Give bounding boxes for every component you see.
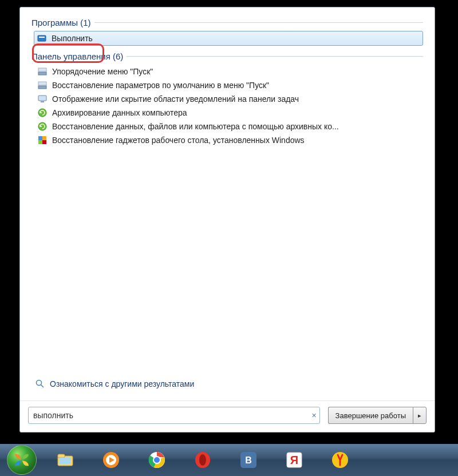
search-input[interactable]	[28, 407, 320, 424]
svg-point-14	[37, 380, 42, 386]
shutdown-split-button: Завершение работы ▸	[328, 407, 427, 424]
group-header-label: Панель управления (6)	[31, 51, 123, 61]
svg-text:Я: Я	[290, 454, 298, 466]
result-item[interactable]: Восстановление гаджетов рабочего стола, …	[36, 133, 423, 147]
svg-rect-13	[42, 140, 46, 144]
svg-rect-10	[38, 136, 42, 140]
result-item[interactable]: Упорядочение меню "Пуск"	[36, 65, 423, 78]
result-item-label: Выполнить	[52, 34, 93, 43]
result-item[interactable]: Восстановление параметров по умолчанию в…	[36, 78, 423, 92]
gadget-icon	[37, 135, 48, 145]
monitor-icon	[37, 94, 48, 104]
svg-point-25	[199, 454, 206, 466]
result-item-run[interactable]: Выполнить	[34, 31, 423, 46]
svg-rect-4	[38, 86, 46, 89]
shutdown-menu-button[interactable]: ▸	[413, 407, 427, 424]
svg-point-9	[38, 122, 46, 130]
clear-search-button[interactable]: ×	[311, 411, 316, 420]
start-menu-search-panel: Программы (1) Выполнить Панель управлени…	[19, 7, 435, 433]
svg-rect-6	[38, 96, 46, 101]
search-box-wrap: ×	[28, 407, 320, 424]
svg-rect-2	[38, 72, 46, 75]
result-item-label: Восстановление данных, файлов или компью…	[52, 122, 339, 131]
svg-rect-3	[38, 68, 46, 72]
taskbar-item-explorer[interactable]	[44, 447, 87, 473]
run-icon	[37, 33, 47, 43]
taskbar: B Я	[0, 444, 458, 476]
svg-point-8	[38, 109, 46, 117]
divider	[94, 22, 423, 23]
backup-icon	[37, 121, 48, 132]
backup-icon	[37, 108, 48, 118]
result-item-label: Отображение или скрытие области уведомле…	[52, 94, 299, 104]
result-item-label: Восстановление гаджетов рабочего стола, …	[52, 136, 305, 145]
result-item-label: Архивирование данных компьютера	[52, 108, 187, 117]
start-button[interactable]	[7, 445, 37, 475]
svg-rect-7	[41, 101, 44, 102]
group-header-control-panel: Панель управления (6)	[31, 51, 423, 61]
svg-rect-5	[38, 82, 46, 85]
taskbar-icon	[37, 80, 48, 90]
search-icon	[35, 379, 45, 389]
chevron-right-icon: ▸	[418, 412, 421, 419]
taskbar-item-opera[interactable]	[181, 447, 224, 473]
divider	[127, 56, 423, 57]
svg-rect-12	[38, 140, 42, 144]
group-header-label: Программы (1)	[31, 18, 91, 27]
result-item[interactable]: Восстановление данных, файлов или компью…	[36, 120, 423, 133]
taskbar-item-yandex-search[interactable]: Я	[273, 447, 316, 473]
taskbar-icon	[37, 66, 48, 77]
result-item-label: Восстановление параметров по умолчанию в…	[52, 81, 269, 90]
search-results: Программы (1) Выполнить Панель управлени…	[20, 7, 435, 400]
result-item[interactable]: Отображение или скрытие области уведомле…	[36, 92, 423, 106]
svg-rect-17	[58, 454, 65, 458]
see-more-label: Ознакомиться с другими результатами	[50, 379, 194, 388]
shutdown-button[interactable]: Завершение работы	[328, 407, 413, 424]
group-header-programs: Программы (1)	[31, 18, 423, 27]
start-menu-bottom-bar: × Завершение работы ▸	[20, 400, 435, 432]
svg-rect-11	[42, 136, 46, 140]
see-more-results-link[interactable]: Ознакомиться с другими результатами	[31, 375, 423, 396]
result-item[interactable]: Архивирование данных компьютера	[36, 106, 423, 120]
taskbar-item-media-player[interactable]	[89, 447, 133, 473]
svg-rect-18	[60, 458, 71, 464]
result-item-label: Упорядочение меню "Пуск"	[52, 67, 153, 76]
svg-rect-0	[38, 35, 46, 41]
taskbar-item-chrome[interactable]	[135, 447, 179, 473]
svg-text:B: B	[245, 455, 252, 465]
taskbar-item-vk[interactable]: B	[227, 447, 270, 473]
taskbar-item-yandex-browser[interactable]	[318, 447, 362, 473]
svg-line-15	[41, 385, 44, 388]
svg-rect-1	[39, 37, 45, 38]
shutdown-label: Завершение работы	[335, 411, 406, 420]
